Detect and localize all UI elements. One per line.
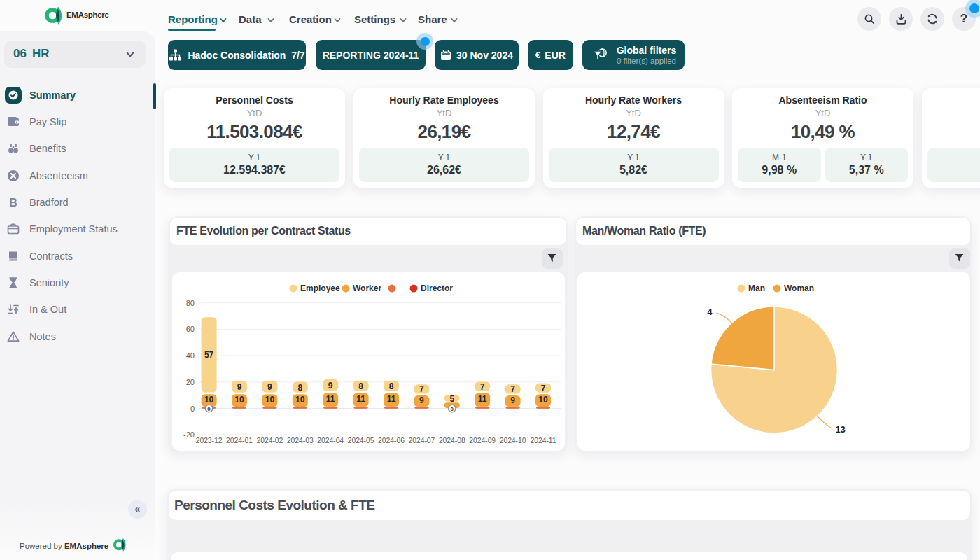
svg-text:2024-03: 2024-03	[287, 437, 314, 444]
svg-text:5: 5	[449, 394, 454, 404]
svg-text:11: 11	[387, 394, 396, 404]
svg-text:80: 80	[186, 299, 195, 307]
svg-text:7: 7	[510, 384, 515, 394]
svg-text:Director: Director	[421, 284, 453, 293]
svg-text:Man: Man	[748, 284, 765, 293]
svg-text:10: 10	[265, 395, 275, 405]
svg-text:Woman: Woman	[784, 284, 814, 293]
svg-text:2023-12: 2023-12	[196, 437, 223, 444]
svg-text:60: 60	[186, 325, 195, 333]
svg-text:9: 9	[267, 382, 272, 392]
svg-text:2024-02: 2024-02	[257, 437, 284, 444]
svg-text:2024-07: 2024-07	[409, 437, 435, 444]
svg-text:20: 20	[186, 378, 195, 386]
svg-text:10: 10	[234, 395, 244, 405]
svg-text:8: 8	[389, 382, 394, 391]
svg-text:9: 9	[510, 396, 515, 405]
svg-text:9: 9	[419, 396, 424, 405]
svg-text:2024-10: 2024-10	[500, 437, 526, 444]
svg-text:10: 10	[538, 395, 548, 405]
svg-text:2024-06: 2024-06	[378, 437, 405, 444]
svg-text:7: 7	[541, 384, 546, 393]
svg-text:2024-11: 2024-11	[530, 437, 556, 444]
svg-text:0: 0	[190, 405, 195, 413]
svg-text:9: 9	[237, 382, 242, 392]
svg-text:Worker: Worker	[353, 284, 382, 293]
svg-text:Employee: Employee	[300, 284, 340, 293]
svg-text:8: 8	[358, 382, 363, 391]
svg-text:0: 0	[451, 406, 454, 412]
svg-text:B: B	[9, 196, 18, 208]
svg-text:9: 9	[328, 381, 333, 391]
svg-text:40: 40	[186, 351, 195, 360]
svg-text:2024-01: 2024-01	[226, 437, 253, 444]
svg-text:11: 11	[478, 394, 487, 404]
svg-text:0: 0	[207, 406, 211, 412]
svg-text:11: 11	[326, 394, 335, 404]
svg-text:7: 7	[419, 384, 424, 394]
svg-text:2024-08: 2024-08	[439, 437, 465, 444]
svg-text:-20: -20	[183, 430, 195, 439]
svg-text:2024-05: 2024-05	[348, 437, 374, 444]
svg-text:10: 10	[295, 395, 305, 405]
svg-text:2024-09: 2024-09	[469, 437, 496, 444]
svg-text:2024-04: 2024-04	[317, 437, 344, 444]
svg-text:11: 11	[356, 394, 365, 404]
svg-text:57: 57	[204, 350, 214, 360]
svg-text:10: 10	[204, 395, 214, 405]
svg-text:13: 13	[836, 425, 846, 435]
svg-text:7: 7	[480, 382, 485, 392]
svg-text:4: 4	[707, 307, 712, 317]
svg-text:8: 8	[298, 383, 302, 393]
